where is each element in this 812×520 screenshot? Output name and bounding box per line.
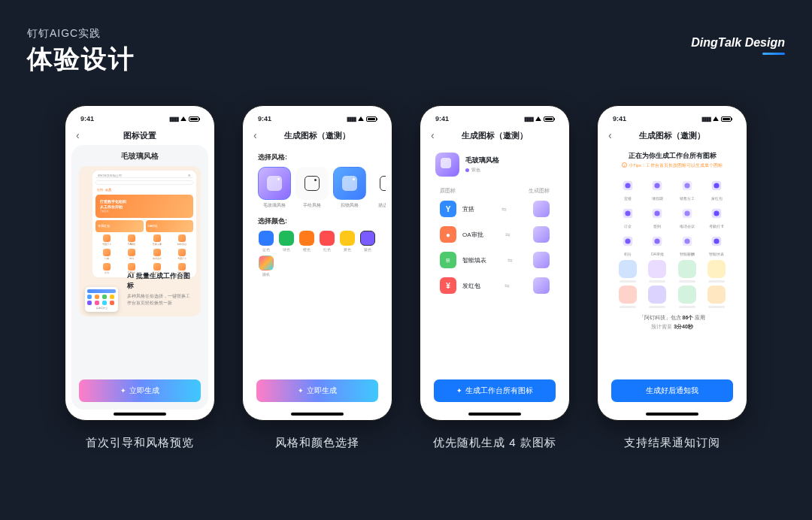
screen-content: 毛玻璃风格 阿钉科技有限公司⚙ 近期 全员 打造数字化组织从工作台开始 了解更多… <box>71 145 208 410</box>
mini-app-item: OA审批 <box>121 234 144 246</box>
arrow-icon: ⇆ <box>501 206 507 213</box>
clock: 9:41 <box>80 115 94 122</box>
generate-button[interactable]: ✦ 立即生成 <box>256 379 378 402</box>
color-option[interactable]: 蓝色 <box>258 231 274 252</box>
row-label: 发红包 <box>462 282 480 290</box>
gear-icon: ⚙ <box>188 174 191 177</box>
mini-search <box>95 180 193 185</box>
signal-icon: ▮▮▮▮ <box>347 116 356 122</box>
selected-style-header: 毛玻璃风格 紫色 <box>426 145 563 184</box>
mini-app-label: 考勤打卡 <box>95 243 118 246</box>
caption-3: 优先随机生成 4 款图标 <box>433 436 556 450</box>
home-indicator <box>646 413 698 416</box>
compare-row: ●OA审批⇆ <box>426 222 563 247</box>
style-name-label: 毛玻璃风格 <box>71 145 208 166</box>
svg-point-15 <box>714 210 720 216</box>
placeholder-app-item <box>614 286 641 308</box>
info-icon: i <box>622 162 627 168</box>
status-bar: 9:41 ▮▮▮▮ <box>426 112 563 125</box>
phones-row: 9:41 ▮▮▮▮ ‹ 图标设置 毛玻璃风格 阿钉科技有限公司⚙ 近期 全员 <box>53 105 759 450</box>
placeholder-app-item <box>704 260 731 283</box>
app-label: OA审批 <box>644 252 671 257</box>
notify-button[interactable]: 生成好后通知我 <box>611 379 733 402</box>
mini-app-icon <box>103 234 111 242</box>
wifi-icon <box>180 116 186 121</box>
wifi-icon <box>358 116 364 121</box>
style-option[interactable]: 描边风格 <box>371 167 386 209</box>
spark-icon: ✦ <box>456 387 462 395</box>
svg-point-13 <box>684 210 689 216</box>
color-option[interactable]: 绿色 <box>278 231 295 252</box>
battery-icon <box>544 116 554 122</box>
color-option[interactable]: 随机 <box>258 255 274 277</box>
mini-app-icon <box>128 263 135 271</box>
row-label: OA审批 <box>462 231 483 239</box>
row-label: 智能填表 <box>462 256 486 265</box>
style-name: 毛玻璃风格 <box>465 156 499 165</box>
style-option[interactable]: 拟物风格 <box>333 167 366 209</box>
placeholder-app-item <box>674 260 701 283</box>
mini-app-label: 钉钉文档 <box>171 243 194 246</box>
back-icon[interactable]: ‹ <box>431 129 435 141</box>
generate-all-button[interactable]: ✦ 生成工作台所有图标 <box>434 379 556 402</box>
compare-row: Y宜搭⇆ <box>426 196 563 222</box>
placeholder-icon <box>619 286 637 304</box>
svg-point-3 <box>655 183 660 188</box>
color-option[interactable]: 橙色 <box>298 231 315 252</box>
mini-app-icon <box>103 263 111 271</box>
app-icon <box>707 232 726 250</box>
nav-title: 生成图标（邀测） <box>639 130 705 141</box>
color-swatch-icon <box>299 231 314 246</box>
spark-icon: ✦ <box>298 387 304 395</box>
spark-icon: ✦ <box>120 387 126 395</box>
color-option[interactable]: 黄色 <box>339 231 356 252</box>
status-bar: 9:41 ▮▮▮▮ <box>604 112 741 125</box>
app-label: 宜搭 <box>614 196 641 201</box>
progress-heading: 正在为你生成工作台所有图标 <box>604 145 741 162</box>
mini-app-icon <box>178 263 186 271</box>
svg-point-11 <box>655 210 660 216</box>
style-option[interactable]: 毛玻璃风格 <box>258 167 291 209</box>
generated-icon <box>533 201 550 217</box>
app-label: 电话会议 <box>674 224 701 229</box>
back-icon[interactable]: ‹ <box>608 129 612 141</box>
back-icon[interactable]: ‹ <box>76 129 80 141</box>
signal-icon: ▮▮▮▮ <box>169 116 178 122</box>
mini-app-icon <box>128 249 135 256</box>
style-option-label: 手绘风格 <box>295 202 329 209</box>
generate-button[interactable]: ✦ 立即生成 <box>79 379 201 402</box>
color-option[interactable]: 红色 <box>319 231 335 252</box>
app-icon <box>707 204 726 222</box>
battery-icon <box>721 116 732 122</box>
mini-app-icon <box>153 249 161 256</box>
mini-app-label: 签到 <box>121 257 144 260</box>
back-icon[interactable]: ‹ <box>253 129 257 141</box>
mini-app-item: 钉钉文档 <box>171 234 194 246</box>
generated-app-item: 签到 <box>644 204 671 229</box>
arrow-icon: ⇆ <box>505 231 511 238</box>
eta-line: 预计需要 3分40秒 <box>604 323 741 331</box>
app-icon <box>678 232 696 250</box>
color-option-label: 随机 <box>258 272 274 277</box>
battery-icon <box>189 116 199 122</box>
col-generated: 生成图标 <box>529 187 550 195</box>
tip-text: i小Tips：工作台首页长按图标可以生成单个图标 <box>604 162 741 174</box>
generated-app-item: 订盒 <box>614 204 641 229</box>
style-option[interactable]: 手绘风格 <box>295 167 329 209</box>
mini-icon-grid: 考勤打卡OA审批智能人事钉钉文档订餐签到电话会议考勤打卡积分OA审批智能填报智能… <box>95 234 193 274</box>
mini-app-item: 考勤打卡 <box>95 234 118 246</box>
color-option-label: 红色 <box>319 247 335 252</box>
generated-icon <box>533 226 550 243</box>
mini-app-item: 电话会议 <box>146 249 168 260</box>
mini-workbench-preview: 阿钉科技有限公司⚙ 近期 全员 打造数字化组织从工作台开始 了解更多 专属红包 … <box>92 171 196 277</box>
app-label: 积分 <box>614 252 641 257</box>
clock: 9:41 <box>613 115 626 122</box>
color-option[interactable]: 紫色 <box>359 231 376 252</box>
clock: 9:41 <box>258 115 271 122</box>
mini-app-label: 考勤打卡 <box>171 257 194 260</box>
screen-content: 正在为你生成工作台所有图标 i小Tips：工作台首页长按图标可以生成单个图标 宜… <box>604 145 741 410</box>
placeholder-label <box>649 306 665 308</box>
col-original: 原图标 <box>440 187 456 195</box>
phone-2-wrap: 9:41 ▮▮▮▮ ‹ 生成图标（邀测） 选择风格: 毛玻璃风格手绘风格拟物风格… <box>242 105 392 450</box>
arrow-icon: ⇆ <box>504 283 510 289</box>
